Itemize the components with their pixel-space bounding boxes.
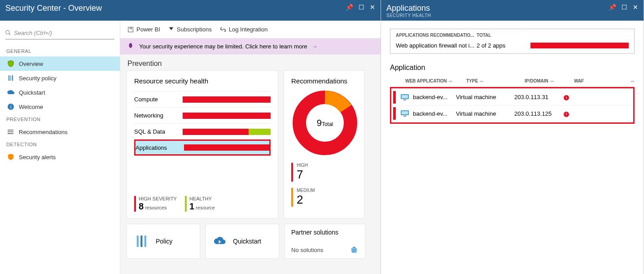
log-integration-button[interactable]: Log Integration	[220, 26, 268, 33]
resource-label: Applications	[136, 144, 179, 151]
vm-icon	[400, 94, 409, 101]
resource-row-applications[interactable]: Applications	[134, 139, 271, 156]
subscriptions-button[interactable]: Subscriptions	[168, 26, 212, 33]
svg-point-12	[8, 133, 9, 134]
application-row[interactable]: backend-ev...Virtual machine203.0.113.31…	[391, 89, 633, 105]
nav-icon	[7, 74, 14, 82]
maximize-icon[interactable]: ☐	[359, 4, 364, 11]
resource-row-networking[interactable]: Networking	[134, 107, 271, 123]
info-banner[interactable]: Your security experience may be limited.…	[120, 39, 381, 54]
app-waf: !	[564, 94, 591, 101]
app-name: backend-ev...	[413, 110, 456, 117]
recommendations-donut: 9Total	[291, 89, 359, 157]
rec-title: Recommendations	[291, 77, 357, 85]
col-ip-domain[interactable]: IP/DOMAIN ︿	[525, 78, 574, 84]
application-row[interactable]: backend-ev...Virtual machine203.0.113.12…	[391, 105, 633, 122]
svg-point-0	[6, 30, 9, 34]
close-icon[interactable]: ✕	[370, 4, 375, 11]
cloud-icon	[213, 236, 227, 247]
svg-rect-19	[402, 95, 408, 98]
sidebar-item-welcome[interactable]: iWelcome	[0, 100, 120, 114]
alert-icon: !	[564, 112, 569, 117]
medium-stat: MEDIUM 2	[291, 188, 357, 207]
nav-label: Overview	[19, 61, 43, 67]
app-type: Virtual machine	[456, 94, 514, 100]
sidebar-item-security-alerts[interactable]: Security alerts	[0, 150, 120, 164]
maximize-icon[interactable]: ☐	[622, 4, 627, 11]
app-ip: 203.0.113.125	[514, 110, 564, 117]
recommendations-card[interactable]: Recommendations 9Total HIGH 7 MEDIUM	[284, 70, 364, 218]
nav-label: Security alerts	[19, 154, 56, 161]
health-bar	[183, 113, 271, 119]
sidebar-item-security-policy[interactable]: Security policy	[0, 71, 120, 85]
vm-icon	[400, 110, 409, 117]
applications-blade: Applications SECURITY HEALTH 📌 ☐ ✕ APPLI…	[381, 0, 644, 274]
sort-icon: ︿	[449, 78, 453, 84]
recommendation-row[interactable]: Web application firewall not i... 2 of 2…	[390, 39, 634, 52]
prevention-title: Prevention	[120, 54, 381, 70]
pin-icon[interactable]: 📌	[609, 4, 616, 11]
powerbi-button[interactable]: Power BI	[127, 26, 160, 33]
svg-point-10	[8, 130, 9, 130]
application-section-title: Application	[390, 64, 635, 72]
sidebar-item-recommendations[interactable]: Recommendations	[0, 125, 120, 139]
health-bar	[183, 96, 271, 103]
col-web-application[interactable]: WEB APPLICATION ︿	[390, 78, 466, 84]
close-icon[interactable]: ✕	[633, 4, 638, 11]
severity-indicator	[393, 107, 396, 120]
severity-indicator	[393, 91, 396, 104]
recommendations-table: APPLICATIONS RECOMMENDATIO... TOTAL Web …	[390, 29, 635, 54]
sidebar-item-overview[interactable]: Overview	[0, 57, 120, 71]
healthy-stat: HEALTHY 1 resource	[185, 196, 215, 212]
nav-group-label: DETECTION	[0, 139, 120, 150]
svg-line-1	[9, 34, 10, 35]
nav-group-label: PREVENTION	[0, 114, 120, 125]
nav-icon	[7, 89, 14, 96]
col-waf[interactable]: WAF	[574, 78, 601, 84]
blade-header: Applications SECURITY HEALTH 📌 ☐ ✕	[381, 0, 644, 21]
nav-label: Welcome	[19, 104, 43, 110]
blade-subtitle: SECURITY HEALTH	[386, 13, 431, 18]
app-type: Virtual machine	[456, 110, 514, 117]
svg-rect-17	[145, 235, 146, 247]
rsh-title: Resource security health	[134, 77, 271, 85]
nav-icon	[7, 128, 14, 135]
main-content: Power BI Subscriptions Log Integration Y…	[120, 21, 381, 274]
col-type[interactable]: TYPE ︿	[466, 78, 525, 84]
app-name: backend-ev...	[413, 94, 456, 100]
policy-icon	[134, 234, 149, 249]
partner-status: No solutions	[291, 247, 324, 253]
toolbar: Power BI Subscriptions Log Integration	[120, 21, 381, 39]
sidebar-item-quickstart[interactable]: Quickstart	[0, 85, 120, 100]
resource-label: Networking	[134, 112, 177, 119]
policy-tile[interactable]: Policy	[127, 224, 200, 259]
resource-row-compute[interactable]: Compute	[134, 91, 271, 107]
svg-rect-4	[12, 75, 13, 81]
search-input[interactable]: Search (Ctrl+/)	[5, 27, 114, 39]
svg-rect-23	[403, 116, 406, 117]
resource-row-sql-data[interactable]: SQL & Data	[134, 123, 271, 139]
quickstart-tile[interactable]: Quickstart	[206, 224, 279, 259]
alert-icon: !	[564, 95, 569, 100]
sort-icon: ︿	[480, 78, 484, 84]
nav-icon	[7, 153, 14, 161]
svg-text:i: i	[10, 104, 11, 109]
high-stat: HIGH 7	[291, 163, 357, 182]
partner-title: Partner solutions	[291, 229, 338, 236]
banner-text: Your security experience may be limited.…	[139, 43, 307, 50]
sidebar: Search (Ctrl+/) GENERALOverviewSecurity …	[0, 21, 120, 274]
pin-icon[interactable]: 📌	[346, 4, 353, 11]
blade-title: Applications	[386, 4, 430, 13]
blade-title: Security Center - Overview	[5, 4, 102, 13]
app-table-header: WEB APPLICATION ︿ TYPE ︿ IP/DOMAIN ︿ WAF…	[390, 75, 635, 87]
resource-security-health-card: Resource security health ComputeNetworki…	[127, 70, 278, 218]
col-recommendation: APPLICATIONS RECOMMENDATIO...	[396, 33, 477, 38]
nav-label: Recommendations	[19, 129, 67, 135]
svg-rect-20	[403, 100, 406, 100]
blade-header: Security Center - Overview 📌 ☐ ✕	[0, 0, 381, 21]
resource-label: Compute	[134, 96, 177, 103]
arrow-right-icon: →	[312, 43, 318, 50]
partner-solutions-tile[interactable]: Partner solutions No solutions	[285, 224, 365, 259]
rocket-icon	[127, 42, 135, 50]
nav-icon: i	[7, 103, 14, 110]
